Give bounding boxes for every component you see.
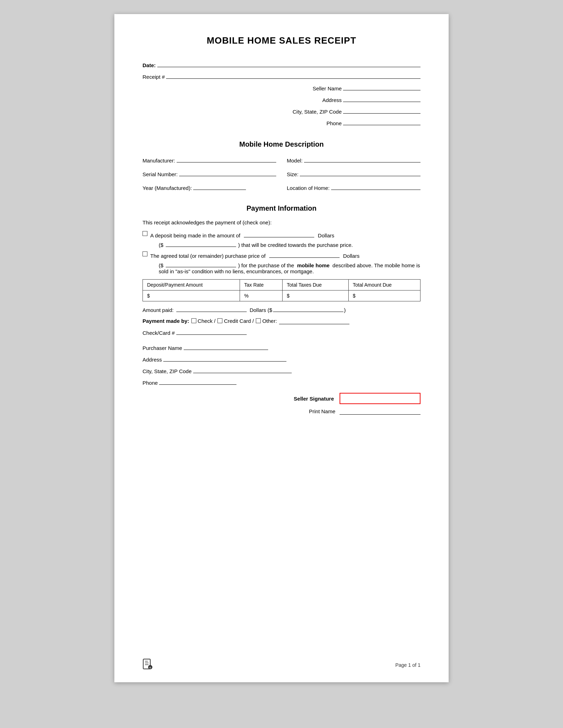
other-checkbox[interactable] — [256, 318, 261, 323]
table-cell-tax-rate[interactable]: % — [240, 290, 282, 301]
seller-name-row: Seller Name — [312, 83, 420, 91]
amount-paid-close: ) — [344, 307, 346, 313]
table-cell-deposit[interactable]: $ — [143, 290, 240, 301]
amount-paid-input[interactable] — [176, 305, 247, 312]
document-page: MOBILE HOME SALES RECEIPT Date: Receipt … — [114, 14, 449, 682]
checkbox1[interactable] — [143, 231, 147, 236]
serial-label: Serial Number: — [143, 171, 178, 177]
payment-table: Deposit/Payment Amount Tax Rate Total Ta… — [143, 279, 420, 301]
payment-section-title: Payment Information — [143, 204, 420, 212]
table-header-tax-rate: Tax Rate — [240, 280, 282, 290]
seller-city-label: City, State, ZIP Code — [292, 109, 342, 115]
checkbox1-content: A deposit being made in the amount of Do… — [150, 230, 420, 248]
size-label: Size: — [287, 171, 298, 177]
checkbox2-dollars: Dollars — [343, 253, 360, 259]
purchaser-address-label: Address — [143, 357, 162, 363]
signature-section: Seller Signature Print Name — [143, 393, 420, 418]
year-row: Year (Manufactured): — [143, 183, 276, 191]
purchaser-name-row: Purchaser Name — [143, 343, 420, 351]
seller-name-input[interactable] — [343, 83, 420, 90]
purchase-dollar-input[interactable] — [166, 260, 236, 267]
receipt-label: Receipt # — [143, 74, 165, 80]
check-label: Check / — [198, 318, 216, 324]
checkbox1-parens-close: ) that will be credited towards the purc… — [238, 242, 353, 248]
check-checkbox[interactable] — [191, 318, 196, 323]
receipt-field-row: Receipt # — [143, 72, 420, 80]
table-header-taxes-due: Total Taxes Due — [283, 280, 349, 290]
purchaser-phone-label: Phone — [143, 380, 158, 386]
other-label: Other: — [262, 318, 277, 324]
seller-info: Seller Name Address City, State, ZIP Cod… — [143, 83, 420, 130]
seller-address-row: Address — [322, 95, 420, 103]
amount-paid-dollar-input[interactable] — [273, 305, 343, 312]
checkbox2-parens-line: ($ ) for the purchase of the mobile home… — [150, 260, 420, 274]
size-row: Size: — [287, 169, 420, 177]
check-card-row: Check/Card # — [143, 328, 420, 336]
deposit-dollar-input[interactable] — [166, 240, 236, 247]
credit-card-label: Credit Card / — [224, 318, 254, 324]
checkbox1-item: A deposit being made in the amount of Do… — [143, 230, 420, 248]
purchaser-section: Purchaser Name Address City, State, ZIP … — [143, 343, 420, 386]
seller-phone-input[interactable] — [343, 118, 420, 125]
footer-page-text: Page 1 of 1 — [395, 662, 420, 668]
seller-city-input[interactable] — [343, 107, 420, 114]
amount-paid-suffix: Dollars ($ — [249, 307, 272, 313]
date-label: Date: — [143, 62, 156, 68]
purchaser-city-input[interactable] — [193, 366, 292, 373]
location-row: Location of Home: — [287, 183, 420, 191]
serial-row: Serial Number: — [143, 169, 276, 177]
model-label: Model: — [287, 158, 303, 164]
year-input[interactable] — [193, 183, 246, 190]
seller-phone-label: Phone — [327, 120, 342, 126]
credit-card-checkbox[interactable] — [217, 318, 222, 323]
deposit-amount-input[interactable] — [244, 230, 314, 237]
purchaser-name-input[interactable] — [184, 343, 268, 350]
checkbox2-text: The agreed total (or remainder) purchase… — [150, 253, 266, 259]
seller-name-label: Seller Name — [312, 85, 342, 91]
svg-text:e: e — [149, 666, 151, 669]
purchaser-phone-row: Phone — [143, 378, 420, 386]
checkbox2-content: The agreed total (or remainder) purchase… — [150, 251, 420, 274]
checkbox1-parens-open: ($ — [159, 242, 163, 248]
print-name-label: Print Name — [309, 408, 335, 414]
location-input[interactable] — [331, 183, 420, 190]
seller-address-input[interactable] — [343, 95, 420, 102]
table-row: $ % $ $ — [143, 290, 420, 301]
payment-made-label: Payment made by: — [143, 318, 189, 324]
purchaser-name-label: Purchaser Name — [143, 345, 182, 351]
serial-input[interactable] — [179, 169, 276, 176]
table-header-total-due: Total Amount Due — [348, 280, 420, 290]
purchaser-phone-input[interactable] — [159, 378, 236, 385]
model-input[interactable] — [304, 155, 420, 162]
manufacturer-input[interactable] — [177, 155, 276, 162]
checkbox2-bold: mobile home — [297, 262, 330, 268]
checkbox2-item: The agreed total (or remainder) purchase… — [143, 251, 420, 274]
checkbox2[interactable] — [143, 251, 147, 256]
model-row: Model: — [287, 155, 420, 164]
location-label: Location of Home: — [287, 185, 330, 191]
seller-signature-box[interactable] — [340, 393, 420, 404]
check-card-label: Check/Card # — [143, 330, 175, 336]
other-input[interactable] — [279, 317, 349, 324]
purchase-price-input[interactable] — [269, 251, 340, 258]
year-label: Year (Manufactured): — [143, 185, 192, 191]
seller-address-label: Address — [322, 97, 342, 103]
date-input[interactable] — [157, 60, 420, 67]
checkbox1-parens-line: ($ ) that will be credited towards the p… — [150, 240, 420, 248]
payment-made-row: Payment made by: Check / Credit Card / O… — [143, 317, 420, 324]
print-name-input[interactable] — [340, 408, 420, 415]
amount-paid-label: Amount paid: — [143, 307, 173, 313]
purchaser-city-label: City, State, ZIP Code — [143, 368, 192, 374]
receipt-input[interactable] — [166, 72, 420, 79]
purchaser-address-input[interactable] — [163, 355, 286, 362]
check-card-input[interactable] — [176, 328, 247, 335]
table-cell-taxes-due[interactable]: $ — [283, 290, 349, 301]
description-section-title: Mobile Home Description — [143, 140, 420, 148]
manufacturer-label: Manufacturer: — [143, 158, 175, 164]
manufacturer-row: Manufacturer: — [143, 155, 276, 164]
size-input[interactable] — [300, 169, 420, 176]
purchaser-city-row: City, State, ZIP Code — [143, 366, 420, 374]
seller-sig-label: Seller Signature — [294, 396, 334, 402]
table-cell-total-due[interactable]: $ — [348, 290, 420, 301]
footer: e Page 1 of 1 — [114, 658, 449, 672]
